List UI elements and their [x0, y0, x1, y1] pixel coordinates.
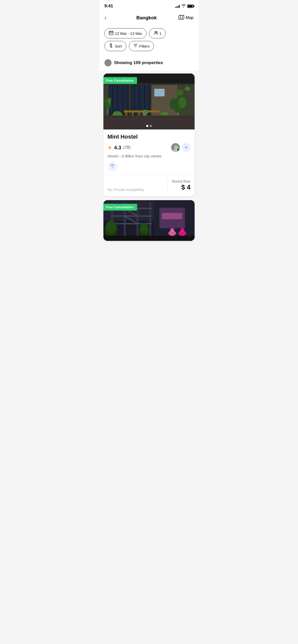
svg-rect-41	[103, 115, 195, 129]
status-icons	[175, 4, 194, 8]
filter-bar: 12 Mar - 13 Mar 1	[99, 26, 199, 57]
dorms-price: Dorms from $ 4	[172, 179, 191, 192]
svg-rect-22	[124, 110, 159, 112]
svg-rect-63	[111, 215, 152, 217]
guests-filter-chip[interactable]: 1	[149, 28, 166, 38]
star-icon: ★	[107, 144, 112, 151]
map-label: Map	[186, 16, 194, 20]
image-dot-1[interactable]	[146, 125, 148, 127]
svg-point-52	[185, 87, 190, 91]
avatar-group: 🇵🇰 +	[171, 143, 191, 152]
svg-rect-69	[162, 213, 182, 219]
property-separator: -	[119, 154, 122, 158]
wifi-icon	[181, 4, 186, 8]
sort-icon	[109, 43, 113, 49]
filters-icon	[133, 43, 138, 49]
guests-icon	[153, 31, 158, 36]
guests-filter-label: 1	[159, 31, 161, 36]
image-dot-2[interactable]	[150, 125, 152, 127]
property-type-label: Hostel	[107, 154, 118, 158]
svg-rect-23	[125, 112, 128, 115]
svg-rect-24	[131, 112, 134, 115]
svg-rect-0	[109, 31, 113, 35]
map-icon	[179, 14, 184, 21]
calendar-icon	[109, 31, 113, 36]
property-name: Mint Hostel	[107, 134, 191, 140]
svg-point-81	[140, 223, 148, 233]
svg-point-34	[170, 98, 177, 110]
card-body: Mint Hostel ★ 4.3 (78) 🇵🇰	[103, 129, 195, 196]
flag-icon: 🇵🇰	[176, 148, 180, 152]
back-button[interactable]: ‹	[104, 14, 115, 22]
svg-point-4	[156, 31, 157, 32]
svg-point-33	[179, 97, 186, 108]
map-button[interactable]: Map	[179, 14, 194, 21]
card-divider	[103, 175, 195, 176]
svg-rect-1	[110, 33, 111, 34]
no-private-text: No Private Availability	[107, 187, 144, 193]
image-dots	[146, 125, 152, 127]
filter-row-top: 12 Mar - 13 Mar 1	[104, 28, 194, 38]
svg-rect-12	[123, 85, 123, 115]
filter-row-bottom: Sort Filters	[104, 41, 194, 51]
svg-rect-2	[111, 33, 112, 34]
property-card-2[interactable]: Free Cancellation	[103, 200, 195, 241]
battery-icon	[187, 5, 194, 8]
wifi-amenity-chip	[107, 162, 117, 171]
rating-score: 4.3	[114, 145, 121, 151]
property-distance: 0.98km from city centre	[122, 154, 161, 158]
avatar: 🇵🇰	[171, 143, 180, 152]
date-filter-chip[interactable]: 12 Mar - 13 Mar	[104, 28, 146, 38]
svg-point-3	[155, 31, 156, 33]
pricing-row: No Private Availability Dorms from $ 4	[107, 179, 191, 192]
status-bar: 9:41	[99, 0, 199, 11]
svg-point-79	[106, 221, 116, 233]
no-private-label: No Private Availability	[107, 187, 144, 192]
svg-rect-11	[117, 85, 118, 115]
sort-filter-label: Sort	[115, 44, 122, 48]
status-time: 9:41	[104, 4, 113, 9]
header: ‹ Bangkok Map	[99, 11, 199, 26]
svg-point-50	[176, 90, 184, 96]
pricing-divider	[168, 179, 168, 192]
wifi-amenity-icon	[110, 164, 115, 169]
filters-chip[interactable]: Filters	[129, 41, 154, 51]
rating-count: (78)	[123, 145, 130, 150]
svg-rect-10	[112, 85, 113, 115]
amenities-row	[107, 162, 191, 171]
results-text: Showing 109 properties	[114, 60, 163, 65]
date-filter-label: 12 Mar - 13 Mar	[115, 31, 142, 36]
free-cancellation-badge: Free Cancellation	[103, 77, 137, 84]
results-dot	[104, 59, 112, 66]
avatar-plus-button[interactable]: +	[182, 143, 191, 152]
svg-point-40	[142, 110, 148, 115]
dorms-amount: $ 4	[172, 183, 191, 191]
svg-point-73	[170, 228, 174, 232]
svg-point-77	[180, 228, 184, 232]
property-card[interactable]: Free Cancellation Mint Hostel ★ 4.3 (78)	[103, 74, 195, 196]
svg-rect-82	[103, 236, 195, 241]
rating-left: ★ 4.3 (78)	[107, 144, 130, 151]
results-info: Showing 109 properties	[99, 57, 199, 70]
filters-label: Filters	[139, 44, 150, 48]
page-title: Bangkok	[136, 15, 157, 21]
signal-bars-icon	[175, 4, 180, 8]
dorms-label: Dorms from	[172, 179, 191, 183]
content-area: Free Cancellation Mint Hostel ★ 4.3 (78)	[99, 70, 199, 244]
svg-rect-25	[138, 112, 140, 115]
property-type: Hostel - 0.98km from city centre	[107, 154, 191, 158]
rating-row: ★ 4.3 (78) 🇵🇰 +	[107, 143, 191, 152]
sort-filter-chip[interactable]: Sort	[104, 41, 126, 51]
free-cancellation-badge-2: Free Cancellation	[103, 204, 137, 211]
card-image-container: Free Cancellation	[103, 74, 195, 129]
svg-rect-21	[154, 89, 165, 96]
